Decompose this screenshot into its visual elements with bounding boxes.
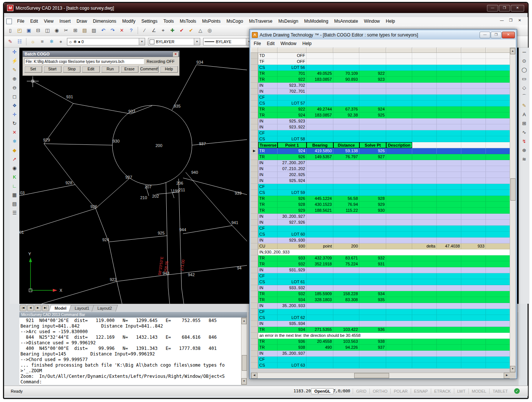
grid-cell[interactable] xyxy=(461,363,486,368)
mdi-control-2[interactable]: ✕ xyxy=(517,18,523,22)
grid-cell[interactable]: Description xyxy=(386,142,412,148)
grid-cell[interactable] xyxy=(359,273,386,279)
grid-cell[interactable] xyxy=(437,112,461,118)
grid-cell[interactable] xyxy=(307,160,333,166)
grid-cell[interactable] xyxy=(359,83,386,89)
grid-cell[interactable] xyxy=(333,65,359,71)
grid-cell[interactable]: 922 xyxy=(278,106,307,112)
grid-cell[interactable] xyxy=(412,345,437,351)
grid-cell[interactable] xyxy=(437,118,461,124)
table-icon[interactable]: ▦ xyxy=(10,191,19,199)
grid-cell[interactable] xyxy=(359,124,386,130)
row-gutter[interactable] xyxy=(251,196,258,202)
grid-cell[interactable]: TR xyxy=(258,261,278,267)
grid-cell[interactable]: 938 xyxy=(278,345,307,351)
grid-cell[interactable] xyxy=(486,83,510,89)
grid-cell[interactable] xyxy=(486,196,510,202)
grid-cell[interactable]: 115.22 xyxy=(333,208,359,214)
grid-cell[interactable]: 490 xyxy=(307,345,333,351)
grid-cell[interactable] xyxy=(437,190,461,196)
row-gutter[interactable] xyxy=(251,243,258,249)
grid-cell[interactable]: 930 xyxy=(278,243,307,249)
grid-cell[interactable]: 928 xyxy=(278,202,307,208)
grid-cell[interactable]: IN xyxy=(258,303,278,309)
check-orange-icon[interactable]: ✔ xyxy=(187,26,195,35)
grid-cell[interactable] xyxy=(307,65,333,71)
row-gutter[interactable] xyxy=(251,285,258,291)
row-gutter[interactable] xyxy=(251,208,258,214)
osnap-icon[interactable]: ◆ xyxy=(10,146,19,154)
row-gutter[interactable] xyxy=(251,321,258,327)
row-gutter[interactable] xyxy=(251,83,258,89)
dialog-button-start[interactable]: Start xyxy=(44,66,61,73)
grid-cell[interactable] xyxy=(486,345,510,351)
status-toggle-snap[interactable]: SNAP xyxy=(335,389,353,394)
tab-nav-1[interactable]: ◀ xyxy=(27,305,34,311)
grid-cell[interactable] xyxy=(437,321,461,327)
grid-cell[interactable] xyxy=(412,160,437,166)
grid-cell[interactable]: 935..934 xyxy=(278,321,307,327)
menu-item-draw[interactable]: Draw xyxy=(74,18,90,25)
grid-cell[interactable] xyxy=(486,71,510,77)
grid-cell[interactable] xyxy=(437,77,461,83)
grid-cell[interactable]: 923..922 xyxy=(278,124,307,130)
grid-cell[interactable] xyxy=(437,106,461,112)
grid-cell[interactable] xyxy=(461,59,486,65)
menu-item-mscogo[interactable]: MsCogo xyxy=(224,18,246,25)
grid-cell[interactable] xyxy=(486,220,510,226)
grid-cell[interactable] xyxy=(333,267,359,273)
hatch-tool-icon[interactable]: ⊞ xyxy=(520,119,529,128)
grid-cell[interactable] xyxy=(359,89,386,95)
check-red-icon[interactable]: ✔ xyxy=(177,26,186,35)
grid-cell[interactable]: Solve Pt xyxy=(359,142,386,148)
grid-cell[interactable]: 936 xyxy=(359,327,386,333)
grid-cell[interactable] xyxy=(461,279,486,285)
grid-cell[interactable] xyxy=(486,309,510,315)
grid-cell[interactable] xyxy=(486,267,510,273)
grid-cell[interactable]: Bearing xyxy=(307,142,333,148)
dialog-close-icon[interactable]: ✕ xyxy=(173,52,179,57)
grid-cell[interactable] xyxy=(359,136,386,142)
grid-cell[interactable] xyxy=(461,232,486,237)
grid-cell[interactable] xyxy=(437,273,461,279)
grid-cell[interactable] xyxy=(386,65,412,71)
marker-icon[interactable]: ➚ xyxy=(10,155,19,163)
grid-cell[interactable]: IN xyxy=(258,172,278,178)
grid-cell[interactable] xyxy=(359,363,386,368)
editor-horizontal-scrollbar[interactable]: ◀ ▶ xyxy=(251,373,510,379)
row-gutter[interactable] xyxy=(251,166,258,172)
grid-cell[interactable]: LOT 61 xyxy=(278,279,307,285)
grid-cell[interactable] xyxy=(386,345,412,351)
grid-cell[interactable]: 934 xyxy=(278,297,307,303)
grid-cell[interactable] xyxy=(386,285,412,291)
grid-cell[interactable]: TR xyxy=(258,208,278,214)
grid-cell[interactable] xyxy=(307,357,333,363)
grid-cell[interactable]: CF xyxy=(258,309,278,315)
grid-cell[interactable] xyxy=(412,321,437,327)
row-gutter[interactable] xyxy=(251,184,258,190)
grid-cell[interactable]: 92.38 xyxy=(333,112,359,118)
grid-cell[interactable]: 924 xyxy=(278,112,307,118)
grid-cell[interactable]: TR xyxy=(258,255,278,261)
grid-cell[interactable] xyxy=(386,77,412,83)
grid-cell[interactable]: 202..925 xyxy=(278,172,307,178)
editor-menu-item-window[interactable]: Window xyxy=(278,40,299,47)
grid-cell[interactable] xyxy=(437,89,461,95)
status-toggle-ortho[interactable]: ORTHO xyxy=(369,389,391,394)
mdi-control-1[interactable]: ❐ xyxy=(508,18,514,22)
text-tool-icon[interactable]: A xyxy=(520,111,529,119)
grid-cell[interactable]: IN xyxy=(258,214,278,220)
grid-cell[interactable] xyxy=(307,220,333,226)
zoom-out-icon[interactable]: ⊖ xyxy=(10,84,19,92)
grid-cell[interactable] xyxy=(461,154,486,160)
grid-cell[interactable]: 926 xyxy=(278,154,307,160)
grid-cell[interactable] xyxy=(486,184,510,190)
editor-menu-item-edit[interactable]: Edit xyxy=(264,40,278,47)
grid-cell[interactable] xyxy=(461,255,486,261)
grid-cell[interactable] xyxy=(461,327,486,333)
grid-cell[interactable]: 926 xyxy=(278,196,307,202)
grid-cell[interactable] xyxy=(461,190,486,196)
grid-cell[interactable] xyxy=(307,321,333,327)
grid-cell[interactable] xyxy=(359,232,386,237)
grid-cell[interactable] xyxy=(307,279,333,285)
